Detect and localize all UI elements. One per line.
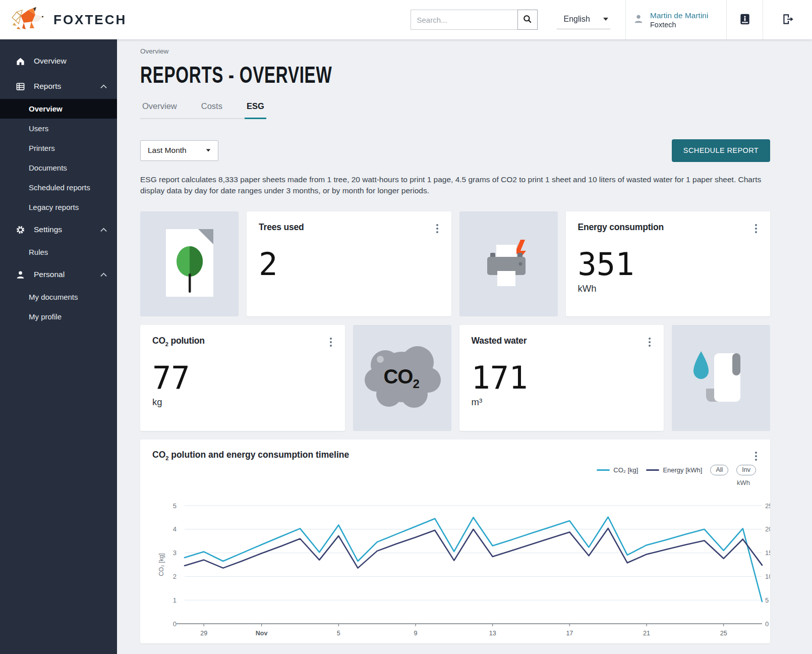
card-title: Wasted water bbox=[472, 336, 527, 346]
energy-consumption-unit: kWh bbox=[578, 283, 759, 294]
legend-line-swatch bbox=[597, 469, 610, 471]
sidebar-subitem-rules[interactable]: Rules bbox=[0, 242, 117, 262]
card-menu-button[interactable] bbox=[435, 222, 439, 237]
legend-item-co2[interactable]: CO₂ [kg] bbox=[597, 466, 638, 474]
fox-logo-icon bbox=[10, 6, 48, 33]
card-title: Energy consumption bbox=[578, 222, 664, 233]
schedule-report-button[interactable]: SCHEDULE REPORT bbox=[672, 139, 770, 162]
legend-line-swatch bbox=[646, 469, 659, 471]
chart-legend: CO₂ [kg] Energy [kWh] All Inv bbox=[597, 465, 756, 475]
sidebar-item-label: Reports bbox=[34, 82, 61, 91]
tab-esg[interactable]: ESG bbox=[245, 101, 266, 119]
wasted-water-card: Wasted water 171 m³ bbox=[459, 325, 664, 431]
chevron-down-icon bbox=[206, 149, 211, 151]
printer-illustration-card bbox=[459, 211, 558, 316]
person-icon bbox=[15, 270, 25, 280]
user-org: Foxtech bbox=[650, 21, 708, 29]
svg-text:0: 0 bbox=[765, 620, 769, 628]
brand-text: FOXTECH bbox=[53, 12, 127, 28]
tree-on-paper-illustration bbox=[162, 225, 217, 303]
search-input[interactable] bbox=[411, 10, 517, 30]
co2-polution-unit: kg bbox=[152, 397, 333, 408]
svg-text:3: 3 bbox=[173, 550, 177, 557]
search-button[interactable] bbox=[517, 10, 538, 30]
wasted-water-unit: m³ bbox=[472, 397, 652, 408]
page-title: REPORTS - OVERVIEW bbox=[140, 61, 332, 88]
sidebar: Overview Reports Overview Users Printers… bbox=[0, 39, 117, 654]
gear-icon bbox=[15, 225, 25, 235]
tab-overview[interactable]: Overview bbox=[140, 101, 179, 118]
sidebar-subitem-my-profile[interactable]: My profile bbox=[0, 307, 117, 326]
co2-illustration-card: CO2 bbox=[353, 325, 451, 431]
chart-title: CO2 polution and energy consumption time… bbox=[152, 450, 349, 461]
card-title: CO2 polution bbox=[152, 336, 205, 347]
main-content: Overview REPORTS - OVERVIEW Overview Cos… bbox=[117, 39, 812, 654]
svg-text:21: 21 bbox=[643, 630, 650, 637]
card-menu-button[interactable] bbox=[754, 222, 758, 237]
svg-text:25: 25 bbox=[765, 502, 770, 510]
reports-table-icon bbox=[15, 82, 25, 91]
sidebar-item-reports[interactable]: Reports bbox=[0, 74, 117, 99]
svg-text:0: 0 bbox=[173, 620, 177, 628]
language-value: English bbox=[564, 15, 590, 24]
sidebar-subitem-reports-overview[interactable]: Overview bbox=[0, 99, 117, 119]
user-menu[interactable]: Martin de Martini Foxtech bbox=[625, 0, 726, 39]
logout-icon bbox=[781, 20, 794, 27]
sidebar-item-overview[interactable]: Overview bbox=[0, 48, 117, 74]
sidebar-subitem-my-documents[interactable]: My documents bbox=[0, 287, 117, 307]
date-range-select[interactable]: Last Month bbox=[140, 140, 218, 161]
tab-bar: Overview Costs ESG bbox=[140, 101, 266, 119]
sidebar-subitem-documents[interactable]: Documents bbox=[0, 158, 117, 178]
app-header: FOXTECH English Martin de Martini bbox=[0, 0, 812, 39]
manual-button[interactable] bbox=[738, 13, 751, 27]
svg-text:9: 9 bbox=[414, 630, 418, 637]
sidebar-item-label: Personal bbox=[34, 270, 65, 279]
svg-text:4: 4 bbox=[173, 526, 177, 533]
svg-text:15: 15 bbox=[765, 550, 770, 557]
svg-text:13: 13 bbox=[489, 630, 496, 637]
svg-text:17: 17 bbox=[566, 630, 573, 637]
sidebar-item-label: Settings bbox=[34, 225, 62, 234]
sidebar-subitem-legacy-reports[interactable]: Legacy reports bbox=[0, 197, 117, 217]
card-menu-button[interactable] bbox=[329, 336, 333, 350]
svg-text:2: 2 bbox=[173, 573, 177, 580]
chart-menu-button[interactable] bbox=[754, 450, 758, 464]
water-drop-paper-illustration bbox=[686, 344, 757, 412]
esg-timeline-plot: 012345051015202529Nov5913172125CO₂ [kg] bbox=[140, 486, 770, 642]
svg-text:20: 20 bbox=[765, 526, 770, 533]
foxtech-logo[interactable]: FOXTECH bbox=[0, 6, 212, 33]
legend-item-energy[interactable]: Energy [kWh] bbox=[646, 466, 702, 474]
sidebar-subitem-printers[interactable]: Printers bbox=[0, 138, 117, 158]
chevron-up-icon bbox=[100, 225, 107, 234]
search-icon bbox=[523, 14, 533, 26]
card-menu-button[interactable] bbox=[648, 336, 652, 350]
svg-text:25: 25 bbox=[720, 630, 727, 637]
tab-costs[interactable]: Costs bbox=[199, 101, 224, 118]
sidebar-item-label: Overview bbox=[34, 57, 67, 66]
co2-polution-value: 77 bbox=[152, 362, 333, 394]
svg-text:5: 5 bbox=[173, 502, 177, 510]
user-name: Martin de Martini bbox=[650, 11, 708, 20]
printer-energy-illustration bbox=[478, 233, 539, 295]
manual-book-icon bbox=[738, 20, 751, 27]
esg-timeline-card: CO2 polution and energy consumption time… bbox=[140, 440, 770, 643]
sidebar-item-personal[interactable]: Personal bbox=[0, 262, 117, 287]
user-icon bbox=[633, 13, 644, 26]
chevron-up-icon bbox=[100, 270, 107, 279]
date-range-value: Last Month bbox=[148, 146, 187, 155]
sidebar-subitem-scheduled-reports[interactable]: Scheduled reports bbox=[0, 178, 117, 197]
sidebar-subitem-users[interactable]: Users bbox=[0, 119, 117, 138]
language-select[interactable]: English bbox=[557, 11, 610, 29]
kebab-icon bbox=[330, 341, 332, 348]
logout-button[interactable] bbox=[781, 13, 794, 27]
co2-cloud-text: CO2 bbox=[383, 365, 419, 391]
trees-used-card: Trees used 2 bbox=[247, 211, 451, 316]
svg-text:10: 10 bbox=[765, 573, 770, 580]
sidebar-item-settings[interactable]: Settings bbox=[0, 217, 117, 242]
energy-consumption-value: 351 bbox=[578, 249, 759, 280]
filter-all-button[interactable]: All bbox=[710, 465, 728, 475]
wasted-water-value: 171 bbox=[472, 362, 652, 394]
card-title: Trees used bbox=[259, 222, 304, 233]
kebab-icon bbox=[755, 227, 757, 235]
filter-inv-button[interactable]: Inv bbox=[736, 465, 756, 475]
